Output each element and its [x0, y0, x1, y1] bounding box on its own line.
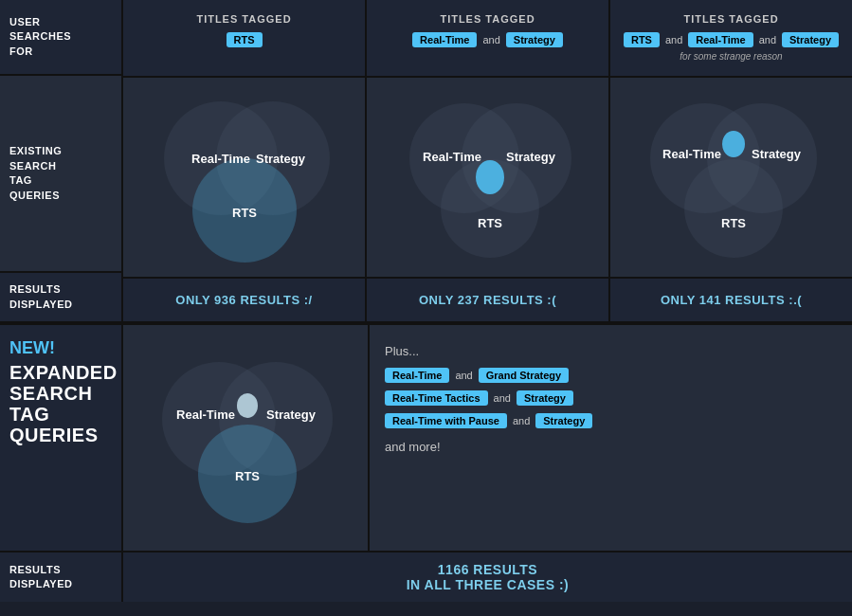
titles-tagged-2: TITLES TAGGED [440, 13, 535, 25]
bottom-results-row: RESULTSDISPLAYED 1166 RESULTSIN ALL THRE… [0, 551, 852, 602]
bottom-venn-rts-label: RTS [235, 469, 260, 483]
results-text-1: ONLY 936 RESULTS :/ [175, 293, 312, 307]
bottom-results-label: RESULTSDISPLAYED [9, 563, 72, 592]
realtime-badge-2: Real-Time [412, 32, 477, 47]
venn-diagram-3: Real-Time Strategy RTS [627, 87, 836, 267]
venn3-strategy-label: Strategy [751, 147, 801, 161]
results-label-cell: RESULTSDISPLAYED [0, 273, 121, 321]
venn-row: Real-Time Strategy RTS Real-Time Strat [123, 78, 852, 279]
existing-search-label: EXISTINGSEARCHTAGQUERIES [9, 144, 62, 203]
titles-tagged-1: TITLES TAGGED [196, 13, 291, 25]
results-text-3: ONLY 141 RESULTS :.( [661, 293, 802, 307]
venn-cell-2: Real-Time Strategy RTS [365, 78, 608, 277]
results-cell-2: ONLY 237 RESULTS :( [365, 279, 608, 321]
and-connector-bottom2: and [494, 392, 511, 404]
header-col-3: TITLES TAGGED RTS and Real-Time and Stra… [608, 0, 852, 76]
plus-row-2: Real-Time Tactics and Strategy [385, 390, 837, 406]
existing-search-label-cell: EXISTINGSEARCHTAGQUERIES [0, 76, 121, 273]
venn2-realtime-label: Real-Time [423, 150, 481, 164]
results-cell-1: ONLY 936 RESULTS :/ [123, 279, 365, 321]
bottom-left-label: NEW! EXPANDEDSEARCHTAGQUERIES [0, 325, 123, 551]
bottom-results-content: 1166 RESULTSIN ALL THREE CASES :) [123, 553, 852, 602]
main-container: USERSEARCHESFOR EXISTINGSEARCHTAGQUERIES… [0, 0, 852, 602]
venn1-realtime-label: Real-Time [191, 152, 250, 166]
bottom-results-text: 1166 RESULTSIN ALL THREE CASES :) [407, 562, 570, 592]
and-connector-3a: and [665, 34, 682, 45]
columns-group: TITLES TAGGED RTS TITLES TAGGED Real-Tim… [123, 0, 852, 321]
user-searches-label-cell: USERSEARCHESFOR [0, 0, 121, 76]
bottom-venn-diagram: Real-Time Strategy RTS [141, 343, 350, 533]
venn2-strategy-label: Strategy [505, 150, 555, 164]
svg-point-14 [237, 393, 258, 418]
rts-badge-3: RTS [624, 32, 660, 47]
grand-strategy-badge: Grand Strategy [479, 368, 569, 383]
bottom-wrapper: NEW! EXPANDEDSEARCHTAGQUERIES Real-Time … [0, 323, 852, 602]
header-col-1: TITLES TAGGED RTS [123, 0, 365, 76]
and-connector-2: and [482, 34, 499, 45]
results-text-2: ONLY 237 RESULTS :( [419, 293, 556, 307]
top-section: USERSEARCHESFOR EXISTINGSEARCHTAGQUERIES… [0, 0, 852, 323]
tag-badges-3: RTS and Real-Time and Strategy [624, 32, 839, 47]
venn1-rts-label: RTS [232, 206, 257, 220]
user-searches-label: USERSEARCHESFOR [9, 15, 71, 59]
bottom-venn-area: Real-Time Strategy RTS [123, 325, 370, 551]
venn3-realtime-label: Real-Time [662, 147, 721, 161]
rts-badge-1: RTS [227, 32, 263, 47]
tag-badges-2: Real-Time and Strategy [412, 32, 563, 47]
strategy-badge-2: Strategy [506, 32, 563, 47]
venn1-strategy-label: Strategy [255, 152, 305, 166]
bottom-section: NEW! EXPANDEDSEARCHTAGQUERIES Real-Time … [0, 323, 852, 551]
venn3-rts-label: RTS [721, 216, 746, 230]
results-label: RESULTSDISPLAYED [9, 282, 72, 312]
strategy-badge-bottom3: Strategy [535, 413, 592, 428]
and-connector-bottom3: and [513, 415, 530, 426]
venn2-rts-label: RTS [478, 216, 502, 230]
bottom-results-label-cell: RESULTSDISPLAYED [0, 553, 123, 602]
venn-diagram-2: Real-Time Strategy RTS [384, 87, 592, 267]
tag-note-3: for some strange reason [680, 51, 782, 62]
svg-point-10 [722, 131, 745, 157]
expanded-label: EXPANDEDSEARCHTAGQUERIES [9, 362, 112, 445]
realtime-badge-3: Real-Time [688, 32, 752, 47]
header-row: TITLES TAGGED RTS TITLES TAGGED Real-Tim… [123, 0, 852, 78]
bottom-right-area: Plus... Real-Time and Grand Strategy Rea… [370, 325, 852, 551]
plus-row-3: Real-Time with Pause and Strategy [385, 413, 837, 428]
venn-diagram-1: Real-Time Strategy RTS [140, 87, 349, 267]
strategy-badge-bottom2: Strategy [517, 390, 573, 406]
header-col-2: TITLES TAGGED Real-Time and Strategy [365, 0, 608, 76]
bottom-venn-realtime-label: Real-Time [176, 408, 235, 422]
realtime-badge-bottom1: Real-Time [385, 368, 449, 383]
and-more-text: and more! [385, 440, 837, 454]
left-labels: USERSEARCHESFOR EXISTINGSEARCHTAGQUERIES… [0, 0, 123, 321]
svg-point-9 [684, 159, 783, 258]
and-connector-3b: and [759, 34, 776, 45]
plus-row-1: Real-Time and Grand Strategy [385, 368, 837, 383]
strategy-badge-3: Strategy [782, 32, 839, 47]
and-connector-bottom1: and [455, 370, 472, 381]
bottom-venn-strategy-label: Strategy [266, 408, 317, 422]
results-cell-3: ONLY 141 RESULTS :.( [608, 279, 852, 321]
tag-badges-1: RTS [227, 32, 263, 47]
plus-text: Plus... [385, 344, 837, 358]
realtime-tactics-badge: Real-Time Tactics [385, 390, 488, 406]
realtime-pause-badge: Real-Time with Pause [385, 413, 507, 428]
titles-tagged-3: TITLES TAGGED [683, 13, 778, 25]
results-row: ONLY 936 RESULTS :/ ONLY 237 RESULTS :( … [123, 279, 852, 321]
venn-cell-1: Real-Time Strategy RTS [123, 78, 365, 277]
svg-point-6 [476, 160, 504, 194]
new-badge: NEW! [9, 338, 112, 358]
venn-cell-3: Real-Time Strategy RTS [608, 78, 852, 277]
